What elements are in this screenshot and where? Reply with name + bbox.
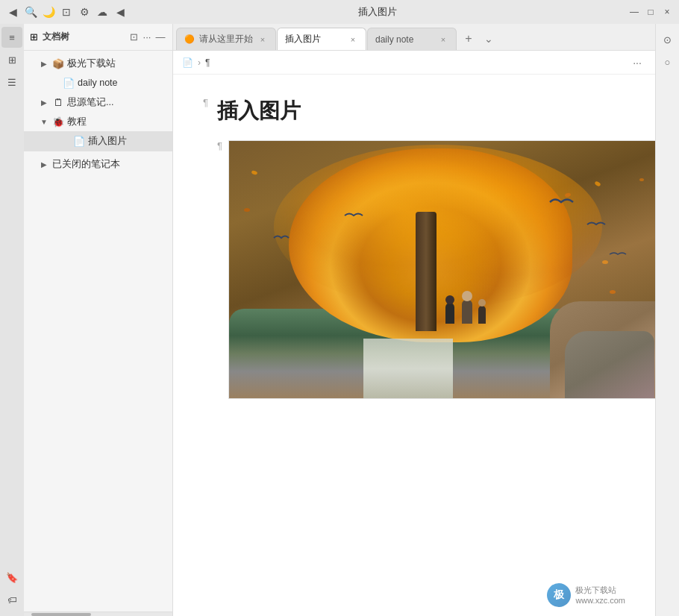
pilcrow-icon: ¶ [205,57,210,68]
sidebar-item-tutorial[interactable]: ▼ 🐞 教程 [24,112,172,131]
app-body: ≡ ⊞ ☰ 🔖 🏷 ⊞ 文档树 ⊡ ··· — ▶ 📦 极光下载站 [0,24,679,616]
sidebar-icon-bookmark[interactable]: 🔖 [1,567,22,588]
right-icon-connect[interactable]: ⊙ [658,30,678,49]
tab-daily-note[interactable]: daily note × [367,28,457,50]
breadcrumb-doc[interactable]: 📄 [182,57,193,68]
right-sidebar: ⊙ ○ [655,24,679,616]
closed-label: 已关闭的笔记本 [52,158,168,171]
breadcrumb-bar: 📄 › ¶ ··· [173,51,655,75]
siyuan-more-btn[interactable]: ··· [143,96,154,108]
tab-start[interactable]: 🟠 请从这里开始 × [176,28,276,50]
breadcrumb-more[interactable]: ··· [628,54,646,72]
watermark-line1: 极光下载站 [575,585,625,595]
sidebar-icon-tag[interactable]: 🏷 [1,589,22,610]
tab-bar: 🟠 请从这里开始 × 插入图片 × daily note × + ⌄ [173,24,655,51]
editor-image [229,141,655,398]
editor-title[interactable]: 插入图片 [217,97,655,125]
painting [229,141,655,398]
settings-icon[interactable]: ⚙ [78,5,91,19]
siyuan-icon: 🗒 [52,96,64,108]
breadcrumb-doc-icon: 📄 [182,57,193,68]
editor-area[interactable]: ¶ 插入图片 ¶ [173,75,655,616]
cloud-icon[interactable]: ☁ [96,5,109,19]
daily-note-icon: 📄 [63,77,75,89]
closed-notebooks-section: ▶ 已关闭的笔记本 [24,151,172,177]
editor-paragraph-pilcrow: ¶ [217,140,222,151]
daily-note-label: daily note [78,78,168,88]
tab-insert-close[interactable]: × [348,34,358,45]
watermark: 极 极光下载站 www.xzc.com [547,583,625,607]
breadcrumb-sep: › [198,57,201,68]
tab-insert-label: 插入图片 [285,33,321,45]
painting-rocks-2 [565,331,654,398]
tutorial-icon: 🐞 [52,116,64,128]
filetree-collapse-btn[interactable]: — [154,31,166,43]
search-icon[interactable]: 🔍 [24,5,37,19]
titlebar-right: — □ × [628,6,673,18]
sidebar-item-insert-image[interactable]: 📄 插入图片 [24,131,172,151]
watermark-text: 极光下载站 www.xzc.com [575,585,625,606]
nav-back-icon[interactable]: ◀ [113,5,127,19]
right-icon-graph[interactable]: ○ [658,52,678,72]
filetree-panel: ⊞ 文档树 ⊡ ··· — ▶ 📦 极光下载站 📄 daily note [24,24,173,616]
sidebar-icon-grid[interactable]: ⊞ [1,49,22,70]
filetree-scrollbar[interactable] [24,612,172,616]
breadcrumb-pilcrow[interactable]: ¶ [205,57,210,68]
siyuan-label: 思源笔记... [67,96,140,109]
watermark-logo: 极 [547,583,571,607]
tab-add-button[interactable]: + [459,29,478,48]
tab-overflow-button[interactable]: ⌄ [479,29,498,48]
filetree-title: 文档树 [43,31,69,43]
close-button[interactable]: × [661,6,673,18]
siyuan-add-btn[interactable]: + [156,96,168,108]
sidebar-icon-docs[interactable]: ≡ [1,27,22,48]
watermark-logo-text: 极 [554,588,564,602]
filetree-header: ⊞ 文档树 ⊡ ··· — [24,24,172,51]
painting-figures [445,300,486,324]
tutorial-label: 教程 [67,116,168,128]
sidebar-icon-list[interactable]: ☰ [1,72,22,92]
sidebar-item-jiguang[interactable]: ▶ 📦 极光下载站 [24,54,172,73]
tab-start-icon: 🟠 [184,34,195,44]
main-content: 🟠 请从这里开始 × 插入图片 × daily note × + ⌄ 📄 › ¶ [173,24,655,616]
window-icon[interactable]: ⊡ [60,5,73,19]
daily-note-arrow [49,78,60,88]
tab-daily-label: daily note [375,34,413,45]
back-icon[interactable]: ◀ [6,5,19,19]
tab-daily-close[interactable]: × [438,34,448,45]
filetree-more-btn[interactable]: ··· [141,31,153,43]
maximize-button[interactable]: □ [645,6,657,18]
editor-pilcrow: ¶ [203,97,208,108]
filetree-scrollbar-thumb [31,613,91,616]
filetree-expand-btn[interactable]: ⊡ [128,31,140,43]
tab-start-close[interactable]: × [257,34,268,45]
jiguang-label: 极光下载站 [67,57,168,70]
filetree-body: ▶ 📦 极光下载站 📄 daily note ▶ 🗒 思源笔记... ··· + [24,51,172,612]
titlebar: ◀ 🔍 🌙 ⊡ ⚙ ☁ ◀ 插入图片 — □ × [0,0,679,24]
insert-image-label: 插入图片 [88,135,168,148]
tutorial-arrow: ▼ [39,116,49,127]
siyuan-arrow: ▶ [39,97,49,107]
titlebar-left: ◀ 🔍 🌙 ⊡ ⚙ ☁ ◀ [6,5,127,19]
jiguang-icon: 📦 [52,57,64,69]
sidebar-item-daily-note[interactable]: 📄 daily note [24,73,172,92]
editor-image-wrapper[interactable] [228,140,655,399]
insert-image-icon: 📄 [73,135,85,147]
insert-image-arrow [60,136,70,146]
minimize-button[interactable]: — [628,6,640,18]
sidebar-item-siyuan[interactable]: ▶ 🗒 思源笔记... ··· + [24,92,172,112]
sidebar-icon-strip: ≡ ⊞ ☰ 🔖 🏷 [0,24,24,616]
filetree-header-actions: ⊡ ··· — [128,31,166,43]
tab-start-label: 请从这里开始 [199,33,253,45]
watermark-line2: www.xzc.com [575,595,625,606]
window-title: 插入图片 [358,5,397,19]
closed-arrow: ▶ [39,159,49,169]
moon-icon[interactable]: 🌙 [42,5,55,19]
jiguang-arrow: ▶ [39,58,49,69]
filetree-grid-icon: ⊞ [30,31,38,43]
closed-notebooks-item[interactable]: ▶ 已关闭的笔记本 [24,154,172,174]
tab-insert-image[interactable]: 插入图片 × [277,28,366,50]
